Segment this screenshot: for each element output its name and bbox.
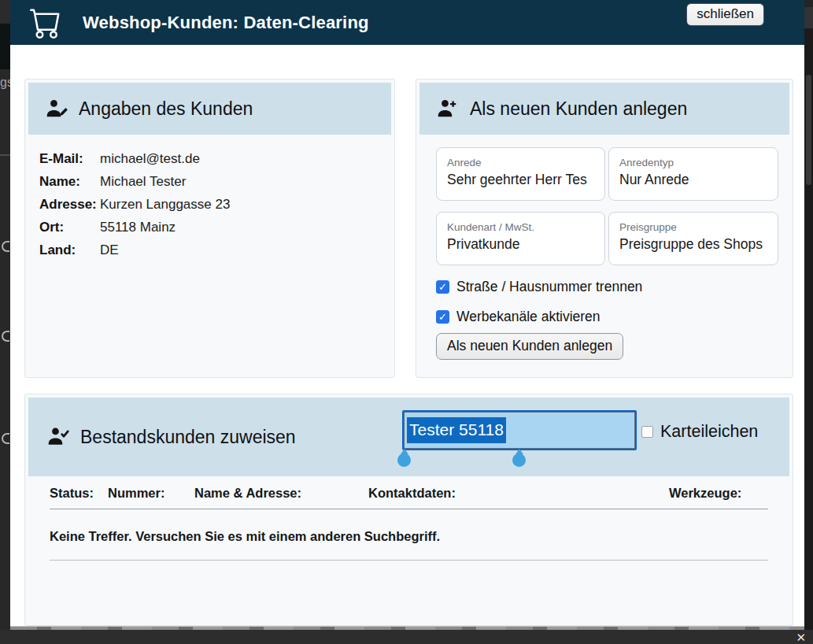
- background-fragment: [2, 433, 9, 444]
- strasse-hausnummer-checkbox[interactable]: ✓: [436, 280, 449, 294]
- customer-info-panel: Angaben des Kunden E-Mail: michael@test.…: [24, 79, 395, 378]
- customer-search-input[interactable]: Tester 55118: [402, 410, 637, 450]
- new-customer-selects: Anrede Sehr geehrter Herr Tes Anredentyp…: [436, 147, 773, 265]
- text-selection-handle-end[interactable]: [512, 453, 526, 467]
- person-check-icon: [47, 427, 70, 448]
- field-label: Ort:: [39, 216, 100, 239]
- new-customer-body: Anrede Sehr geehrter Herr Tes Anredentyp…: [419, 135, 789, 360]
- person-edit-icon: [46, 98, 68, 120]
- field-row-ort: Ort: 55118 Mainz: [39, 216, 391, 239]
- text-selection-handle-start[interactable]: [397, 453, 411, 467]
- create-new-customer-button[interactable]: Als neuen Kunden anlegen: [436, 333, 623, 360]
- field-value: DE: [100, 239, 119, 261]
- background-fragment: [2, 331, 9, 342]
- background-fragment: [2, 241, 9, 252]
- column-header-werkzeuge: Werkzeuge:: [669, 484, 768, 502]
- field-value: michael@test.de: [100, 147, 200, 170]
- field-value: Michael Tester: [100, 170, 186, 193]
- select-label: Preisgruppe: [619, 220, 773, 234]
- column-header-status: Status:: [50, 484, 108, 502]
- field-label: Adresse:: [39, 193, 100, 216]
- new-customer-title: Als neuen Kunden anlegen: [470, 98, 687, 120]
- dialog-titlebar: Webshop-Kunden: Daten-Clearing schließen: [10, 0, 804, 45]
- table-divider: [50, 560, 768, 561]
- karteileichen-checkbox[interactable]: [641, 426, 653, 438]
- background-page-right-edge: [804, 0, 813, 644]
- assign-existing-title-group: Bestandskunden zuweisen: [47, 427, 296, 448]
- background-fragment: [0, 0, 10, 24]
- strasse-hausnummer-checkbox-row: ✓ Straße / Hausnummer trennen: [436, 279, 773, 295]
- background-fragment: [0, 154, 10, 156]
- field-label: E-Mail:: [39, 147, 100, 170]
- kundenart-select[interactable]: Kundenart / MwSt. Privatkunde: [436, 212, 605, 265]
- werbekanaele-checkbox-row: ✓ Werbekanäle aktivieren: [436, 309, 773, 325]
- search-results-table: Status: Nummer: Name & Adresse: Kontaktd…: [28, 476, 789, 561]
- checkbox-label: Werbekanäle aktivieren: [456, 309, 601, 325]
- person-plus-icon: [437, 98, 460, 120]
- background-fragment: [804, 7, 813, 28]
- select-label: Anrede: [447, 156, 600, 169]
- close-dialog-button[interactable]: schließen: [686, 3, 764, 26]
- field-row-name: Name: Michael Tester: [39, 170, 391, 193]
- field-row-adresse: Adresse: Kurzen Langgasse 23: [39, 193, 391, 216]
- assign-existing-title: Bestandskunden zuweisen: [80, 427, 296, 448]
- werbekanaele-checkbox[interactable]: ✓: [436, 310, 449, 324]
- selected-search-text: Tester 55118: [407, 417, 506, 443]
- select-value: Preisgruppe des Shops: [619, 234, 773, 255]
- checkbox-label: Straße / Hausnummer trennen: [456, 279, 642, 295]
- field-label: Land:: [39, 239, 100, 261]
- new-customer-header: Als neuen Kunden anlegen: [419, 83, 789, 135]
- assign-existing-header: Bestandskunden zuweisen Tester 55118 Kar…: [28, 398, 789, 476]
- field-value: Kurzen Langgasse 23: [100, 193, 230, 216]
- bottom-notification-bar: ✕: [0, 630, 813, 644]
- select-value: Privatkunde: [447, 234, 600, 255]
- anrede-select[interactable]: Anrede Sehr geehrter Herr Tes: [436, 147, 605, 201]
- field-value: 55118 Mainz: [100, 216, 176, 239]
- preisgruppe-select[interactable]: Preisgruppe Preisgruppe des Shops: [608, 212, 778, 265]
- table-divider: [50, 509, 768, 509]
- table-header-row: Status: Nummer: Name & Adresse: Kontaktd…: [50, 484, 768, 502]
- select-value: Nur Anrede: [619, 169, 773, 191]
- daten-clearing-dialog: Webshop-Kunden: Daten-Clearing schließen…: [10, 0, 804, 626]
- background-page-left-edge: gst: [0, 0, 10, 644]
- select-value: Sehr geehrter Herr Tes: [447, 169, 600, 191]
- shopping-cart-icon: [30, 7, 61, 39]
- customer-info-fields: E-Mail: michael@test.de Name: Michael Te…: [28, 135, 391, 261]
- select-label: Anredentyp: [619, 156, 773, 169]
- background-fragment: [804, 0, 813, 7]
- no-results-message: Keine Treffer. Versuchen Sie es mit eine…: [50, 529, 768, 544]
- background-text-fragment: gst: [0, 76, 10, 90]
- new-customer-panel: Als neuen Kunden anlegen Anrede Sehr gee…: [416, 79, 793, 378]
- scrollbar-thumb[interactable]: [806, 75, 811, 185]
- customer-info-title: Angaben des Kunden: [79, 98, 253, 120]
- karteileichen-row: Karteileichen: [641, 422, 758, 442]
- field-label: Name:: [39, 170, 100, 193]
- background-fragment: [0, 24, 10, 69]
- karteileichen-label: Karteileichen: [660, 422, 758, 442]
- anredentyp-select[interactable]: Anredentyp Nur Anrede: [608, 147, 778, 201]
- field-row-email: E-Mail: michael@test.de: [39, 147, 391, 170]
- assign-existing-panel: Bestandskunden zuweisen Tester 55118 Kar…: [24, 394, 793, 626]
- column-header-kontaktdaten: Kontaktdaten:: [368, 484, 669, 502]
- column-header-name-adresse: Name & Adresse:: [194, 484, 368, 502]
- select-label: Kundenart / MwSt.: [447, 220, 600, 234]
- field-row-land: Land: DE: [39, 239, 391, 261]
- dialog-title: Webshop-Kunden: Daten-Clearing: [83, 13, 369, 33]
- customer-info-header: Angaben des Kunden: [28, 83, 391, 135]
- close-icon[interactable]: ✕: [796, 631, 806, 644]
- column-header-nummer: Nummer:: [108, 484, 194, 502]
